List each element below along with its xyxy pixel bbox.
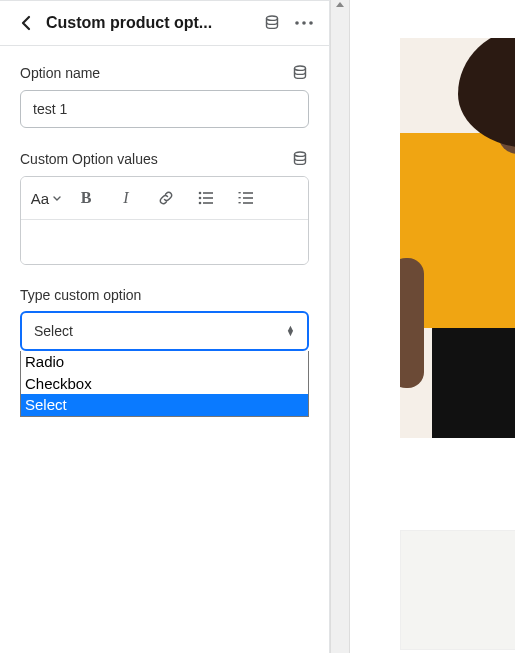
product-thumbnail [400,530,515,650]
rich-text-editor: Aa B I [20,176,309,265]
field-type-custom-option: Type custom option Select ▲▼ Radio Check… [20,287,309,351]
svg-point-4 [295,66,306,70]
option-name-label: Option name [20,65,100,81]
back-button[interactable] [16,13,36,33]
dropdown-option-checkbox[interactable]: Checkbox [21,373,308,395]
svg-rect-14 [239,197,241,198]
rte-italic-button[interactable]: I [109,183,143,213]
svg-rect-15 [243,197,253,199]
field-option-name: Option name [20,64,309,128]
svg-rect-17 [243,202,253,204]
svg-point-6 [199,192,202,195]
text-style-label: Aa [31,190,49,207]
scrollbar[interactable] [330,0,350,653]
svg-rect-9 [203,197,213,199]
rte-bullet-list-button[interactable] [189,183,223,213]
svg-point-8 [199,197,202,200]
rte-text-style-button[interactable]: Aa [29,183,63,213]
svg-point-1 [295,21,299,25]
svg-point-10 [199,202,202,205]
svg-point-2 [302,21,306,25]
chevron-left-icon [21,15,31,31]
type-custom-option-select[interactable]: Select ▲▼ [20,311,309,351]
svg-rect-11 [203,202,213,204]
option-name-input[interactable] [20,90,309,128]
caret-down-icon [53,196,61,201]
select-value: Select [34,323,73,339]
svg-point-0 [267,16,278,20]
sort-icon: ▲▼ [286,326,295,336]
bullet-list-icon [198,191,214,205]
svg-rect-13 [243,192,253,194]
svg-rect-16 [239,202,241,203]
type-custom-option-label: Type custom option [20,287,141,303]
svg-point-5 [295,152,306,156]
product-image [400,38,515,438]
dropdown-option-radio[interactable]: Radio [21,351,308,373]
database-icon[interactable] [291,64,309,82]
rte-bold-button[interactable]: B [69,183,103,213]
svg-rect-12 [239,192,241,193]
settings-sidebar: Custom product opt... Option name [0,0,330,653]
panel-title: Custom product opt... [46,14,253,32]
rte-content-area[interactable] [21,220,308,264]
more-icon[interactable] [295,14,313,32]
preview-pane [350,0,515,653]
custom-option-values-label: Custom Option values [20,151,158,167]
link-icon [158,190,174,206]
svg-point-3 [309,21,313,25]
field-custom-option-values: Custom Option values Aa B I [20,150,309,265]
rte-numbered-list-button[interactable] [229,183,263,213]
rte-toolbar: Aa B I [21,177,308,220]
type-custom-option-dropdown: Radio Checkbox Select [20,351,309,417]
database-icon[interactable] [263,14,281,32]
numbered-list-icon [238,191,254,205]
database-icon[interactable] [291,150,309,168]
svg-rect-7 [203,192,213,194]
dropdown-option-select[interactable]: Select [21,394,308,416]
sidebar-header: Custom product opt... [0,1,329,46]
rte-link-button[interactable] [149,183,183,213]
